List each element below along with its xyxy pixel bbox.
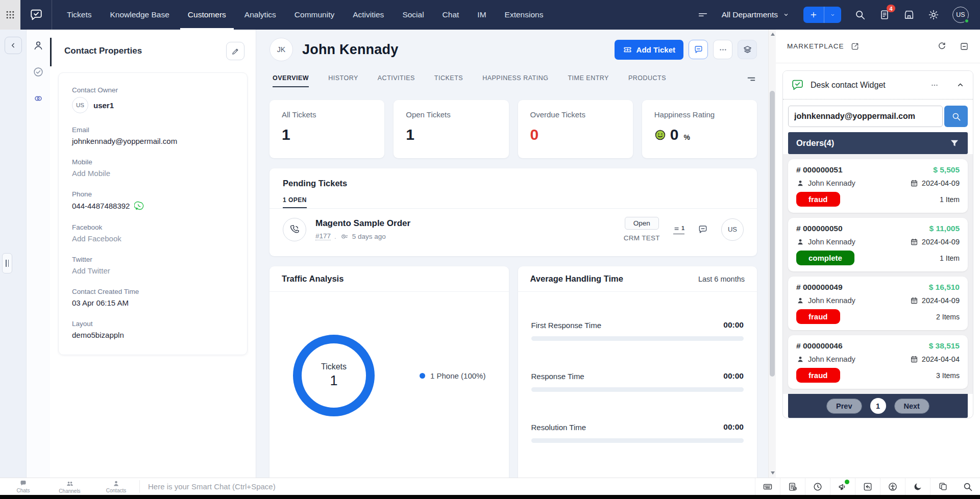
add-twitter-link[interactable]: Add Twitter (72, 266, 234, 275)
recent-history-icon[interactable] (805, 478, 830, 495)
marketplace-store-icon[interactable] (903, 9, 915, 20)
bottom-tab-channels[interactable]: Channels (46, 478, 93, 495)
edit-properties-button[interactable] (226, 42, 244, 60)
thread-count-button[interactable]: 1 (673, 225, 684, 234)
more-actions-button[interactable] (713, 40, 732, 59)
external-link-icon[interactable] (850, 42, 860, 51)
filter-funnel-icon[interactable] (949, 138, 960, 148)
approvals-check-icon[interactable] (33, 66, 44, 78)
tab-overview[interactable]: OVERVIEW (273, 74, 309, 87)
tab-activities[interactable]: ACTIVITIES (378, 74, 415, 87)
notification-badge: 4 (887, 5, 895, 12)
order-card[interactable]: # 000000051 $ 5,505 John Kennady 2024-04… (788, 159, 968, 213)
quick-add-caret-icon[interactable] (824, 7, 841, 23)
ticket-age: 5 days ago (352, 233, 386, 240)
smart-chat-input[interactable] (148, 482, 755, 491)
nav-item-extensions[interactable]: Extensions (497, 0, 551, 30)
tab-products[interactable]: PRODUCTS (628, 74, 666, 87)
panel-drag-handle[interactable] (2, 253, 12, 273)
nav-item-customers[interactable]: Customers (180, 0, 234, 30)
ticket-comment-icon[interactable] (698, 224, 708, 235)
order-card[interactable]: # 000000050 $ 11,005 John Kennady 2024-0… (788, 218, 968, 271)
email-search-input[interactable] (788, 106, 943, 127)
bottom-tab-chats[interactable]: Chats (0, 478, 46, 495)
notifications-icon[interactable]: 4 (879, 9, 890, 20)
collapse-panel-button[interactable] (5, 37, 22, 54)
sla-clock-icon (340, 232, 349, 241)
settings-gear-icon[interactable] (928, 9, 939, 20)
ticket-row[interactable]: Magento Sample Order #177 . 5 days ago O… (283, 209, 744, 242)
dot-separator: . (334, 233, 336, 240)
order-card[interactable]: # 000000049 $ 16,510 John Kennady 2024-0… (788, 277, 968, 330)
order-id: # 000000050 (796, 224, 910, 233)
nav-item-analytics[interactable]: Analytics (237, 0, 284, 30)
nav-more-lines-icon[interactable] (697, 9, 708, 20)
open-filter-tab[interactable]: 1 OPEN (283, 196, 307, 208)
dark-mode-icon[interactable] (905, 478, 930, 495)
ticket-assignee-avatar[interactable]: US (721, 218, 744, 241)
widget-collapse-icon[interactable] (956, 81, 965, 89)
tasks-icon[interactable] (780, 478, 805, 495)
nav-item-im[interactable]: IM (470, 0, 494, 30)
feedback-reply-icon[interactable] (855, 478, 880, 495)
nav-item-community[interactable]: Community (287, 0, 342, 30)
add-ticket-button[interactable]: Add Ticket (615, 40, 683, 60)
aht-row-first-response: First Response Time00:00 (531, 320, 744, 341)
widget-options-icon[interactable] (930, 81, 939, 90)
field-mobile: Mobile Add Mobile (72, 158, 234, 178)
nav-item-social[interactable]: Social (395, 0, 431, 30)
aht-progress-bar (531, 336, 744, 341)
nav-item-activities[interactable]: Activities (345, 0, 391, 30)
main-scrollbar[interactable] (768, 30, 776, 478)
prev-page-button[interactable]: Prev (826, 398, 862, 414)
zoho-desk-logo-icon[interactable] (20, 0, 52, 30)
tab-happiness-rating[interactable]: HAPPINESS RATING (482, 74, 548, 87)
bottom-tab-contacts[interactable]: Contacts (93, 478, 139, 495)
contact-properties-icon[interactable] (33, 40, 44, 51)
user-avatar[interactable]: US (952, 7, 969, 23)
aht-range: Last 6 months (698, 275, 745, 283)
department-selector[interactable]: All Departments (722, 10, 790, 19)
keyboard-shortcuts-icon[interactable] (755, 478, 780, 495)
minimize-panel-icon[interactable] (960, 42, 969, 51)
copy-pages-icon[interactable] (930, 478, 955, 495)
accessibility-icon[interactable] (880, 478, 905, 495)
widget-search-button[interactable] (944, 106, 968, 127)
ticket-id[interactable]: #177 (315, 232, 331, 240)
zoho-crm-icon[interactable] (33, 93, 44, 104)
marketplace-title: MARKETPLACE (787, 42, 844, 50)
current-page-number[interactable]: 1 (870, 398, 886, 414)
scroll-up-arrow[interactable] (769, 31, 776, 38)
scroll-down-arrow[interactable] (769, 469, 776, 477)
global-search-icon[interactable] (854, 9, 866, 20)
quick-add-split-button[interactable] (803, 7, 841, 23)
order-customer: John Kennady (808, 355, 855, 363)
app-grid-icon[interactable] (0, 0, 20, 30)
add-facebook-link[interactable]: Add Facebook (72, 234, 234, 243)
next-page-button[interactable]: Next (894, 398, 929, 414)
layers-icon (743, 45, 752, 55)
stats-row: All Tickets 1 Open Tickets 1 Overdue Tic… (270, 100, 757, 158)
nav-item-knowledge-base[interactable]: Knowledge Base (103, 0, 177, 30)
announcements-icon[interactable] (830, 478, 855, 495)
tab-tickets[interactable]: TICKETS (434, 74, 463, 87)
whatsapp-icon[interactable] (134, 201, 144, 211)
ticket-subject-link[interactable]: Magento Sample Order (315, 218, 410, 229)
scrollbar-thumb[interactable] (770, 91, 775, 377)
zoom-search-icon[interactable] (955, 478, 980, 495)
pencil-icon (231, 47, 240, 56)
chat-action-button[interactable] (689, 40, 708, 59)
layers-button[interactable] (738, 40, 757, 59)
tabs-overflow-icon[interactable] (746, 73, 757, 88)
nav-item-chat[interactable]: Chat (435, 0, 467, 30)
plus-icon[interactable] (803, 7, 824, 23)
stat-label: Overdue Tickets (530, 110, 621, 119)
nav-item-tickets[interactable]: Tickets (59, 0, 100, 30)
order-card[interactable]: # 000000046 $ 38,515 John Kennady 2024-0… (788, 335, 968, 389)
chats-icon (19, 480, 27, 487)
refresh-icon[interactable] (937, 42, 946, 51)
tab-time-entry[interactable]: TIME ENTRY (568, 74, 608, 87)
tab-history[interactable]: HISTORY (328, 74, 358, 87)
add-mobile-link[interactable]: Add Mobile (72, 169, 234, 178)
order-amount: $ 5,505 (910, 165, 960, 174)
